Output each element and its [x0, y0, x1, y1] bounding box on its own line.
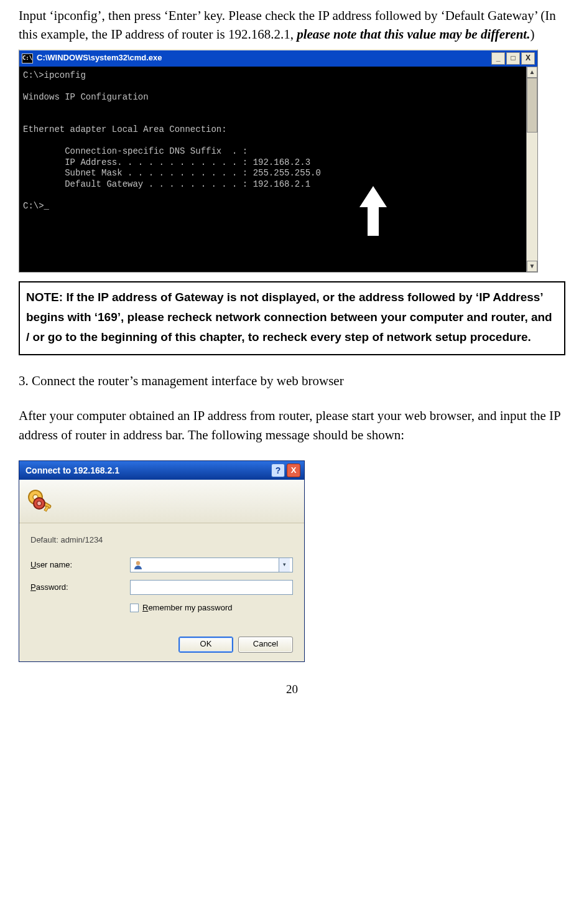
combo-dropdown-button[interactable]: ▾: [279, 558, 290, 572]
scroll-track[interactable]: [527, 78, 537, 261]
username-row: User name: ▾: [30, 558, 293, 572]
cmd-window: C:\ C:\WINDOWS\system32\cmd.exe _ □ X C:…: [19, 49, 538, 273]
intro-text-close: ): [530, 27, 534, 42]
cmd-scrollbar[interactable]: ▲ ▼: [526, 67, 537, 272]
username-label-rest: ser name:: [36, 560, 72, 569]
password-label-rest: assword:: [36, 582, 68, 592]
dialog-window-controls: ? X: [271, 464, 300, 477]
cmd-body[interactable]: C:\>ipconfig Windows IP Configuration Et…: [19, 67, 526, 272]
cancel-button[interactable]: Cancel: [238, 637, 293, 653]
intro-paragraph: Input ‘ipconfig’, then press ‘Enter’ key…: [19, 6, 565, 44]
scroll-down-button[interactable]: ▼: [527, 261, 537, 272]
user-icon: [133, 560, 143, 570]
username-label-u: U: [30, 560, 36, 569]
remember-row: Remember my password: [30, 602, 293, 614]
scroll-down-icon: ▼: [529, 262, 535, 271]
svg-marker-0: [359, 186, 387, 236]
ok-button[interactable]: OK: [178, 637, 233, 653]
dialog-title: Connect to 192.168.2.1: [25, 464, 271, 477]
dialog-button-row: OK Cancel: [30, 637, 293, 653]
cmd-icon-glyph: C:\: [22, 54, 32, 62]
cmd-icon: C:\: [22, 54, 33, 63]
cmd-window-controls: _ □ X: [491, 52, 535, 65]
scroll-thumb[interactable]: [527, 78, 537, 133]
help-icon: ?: [276, 464, 281, 477]
password-label: Password:: [30, 582, 130, 594]
annotation-arrow-icon: [318, 175, 345, 225]
remember-label[interactable]: Remember my password: [142, 602, 233, 614]
ok-label: OK: [200, 638, 212, 650]
cmd-title: C:\WINDOWS\system32\cmd.exe: [37, 52, 491, 64]
scroll-up-button[interactable]: ▲: [527, 67, 537, 78]
help-button[interactable]: ?: [271, 464, 285, 477]
close-icon: X: [526, 53, 531, 63]
close-button[interactable]: X: [287, 464, 300, 477]
connect-dialog: Connect to 192.168.2.1 ? X Default: admi…: [19, 460, 305, 662]
remember-checkbox[interactable]: [130, 604, 139, 612]
section3-heading: 3. Connect the router’s management inter…: [19, 371, 565, 390]
username-field[interactable]: ▾: [130, 558, 293, 572]
dialog-body: Default: admin/1234 User name: ▾ Passwor…: [19, 523, 304, 661]
scroll-up-icon: ▲: [529, 68, 535, 77]
keys-icon: [25, 486, 57, 517]
dialog-titlebar[interactable]: Connect to 192.168.2.1 ? X: [19, 461, 304, 480]
maximize-icon: □: [511, 53, 515, 63]
remember-label-rest: emember my password: [148, 603, 232, 612]
maximize-button[interactable]: □: [506, 52, 520, 65]
password-label-p: P: [30, 582, 36, 592]
note-text: NOTE: If the IP address of Gateway is no…: [26, 291, 552, 344]
intro-bold-italic: please note that this value may be diffe…: [297, 27, 530, 42]
minimize-button[interactable]: _: [491, 52, 505, 65]
section3-body: After your computer obtained an IP addre…: [19, 406, 565, 444]
note-box: NOTE: If the IP address of Gateway is no…: [19, 281, 565, 355]
password-field[interactable]: [130, 580, 293, 595]
cancel-label: Cancel: [253, 638, 278, 650]
username-label: User name:: [30, 559, 130, 571]
svg-point-6: [37, 501, 42, 505]
close-button[interactable]: X: [521, 52, 535, 65]
cmd-titlebar[interactable]: C:\ C:\WINDOWS\system32\cmd.exe _ □ X: [19, 50, 537, 67]
cmd-output: C:\>ipconfig Windows IP Configuration Et…: [23, 70, 321, 211]
close-icon: X: [291, 465, 297, 477]
remember-label-r: R: [142, 603, 148, 612]
svg-point-7: [136, 561, 140, 565]
cmd-body-wrap: C:\>ipconfig Windows IP Configuration Et…: [19, 67, 537, 272]
dialog-banner: [19, 480, 304, 523]
server-realm-label: Default: admin/1234: [30, 534, 293, 546]
svg-rect-4: [44, 506, 49, 511]
page-number: 20: [19, 681, 565, 698]
password-row: Password:: [30, 580, 293, 595]
chevron-down-icon: ▾: [283, 561, 286, 569]
minimize-icon: _: [496, 53, 501, 63]
